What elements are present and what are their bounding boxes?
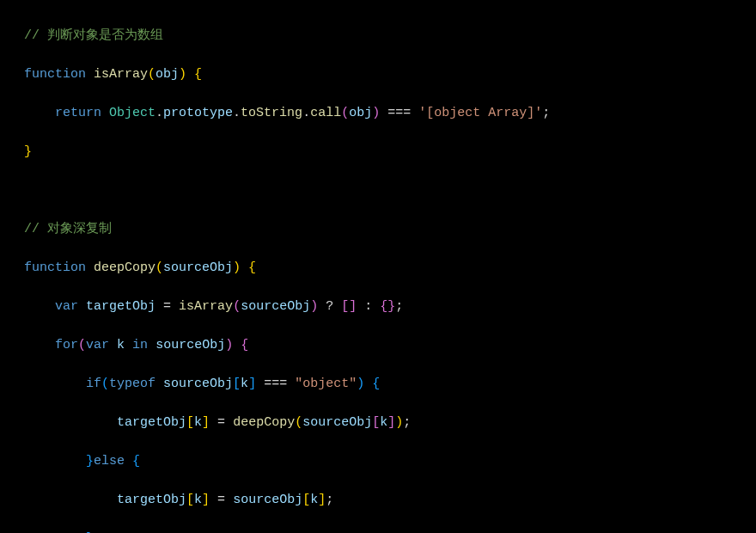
code-line: }else { <box>24 452 756 472</box>
code-line: // 判断对象是否为数组 <box>24 27 756 46</box>
code-line: if(typeof sourceObj[k] === "object") { <box>24 375 756 395</box>
code-line: function deepCopy(sourceObj) { <box>24 259 756 279</box>
code-line: return Object.prototype.toString.call(ob… <box>24 104 756 124</box>
code-line: // 对象深复制 <box>24 220 756 240</box>
code-line: function isArray(obj) { <box>24 65 756 85</box>
code-editor[interactable]: // 判断对象是否为数组 function isArray(obj) { ret… <box>0 7 756 533</box>
comment: // 判断对象是否为数组 <box>24 28 163 43</box>
code-line: } <box>24 143 756 162</box>
code-line <box>24 181 756 201</box>
code-line: targetObj[k] = sourceObj[k]; <box>24 491 756 511</box>
comment: // 对象深复制 <box>24 222 112 236</box>
code-line: } <box>24 530 756 534</box>
code-line: targetObj[k] = deepCopy(sourceObj[k]); <box>24 414 756 433</box>
code-line: var targetObj = isArray(sourceObj) ? [] … <box>24 297 756 317</box>
code-line: for(var k in sourceObj) { <box>24 336 756 356</box>
